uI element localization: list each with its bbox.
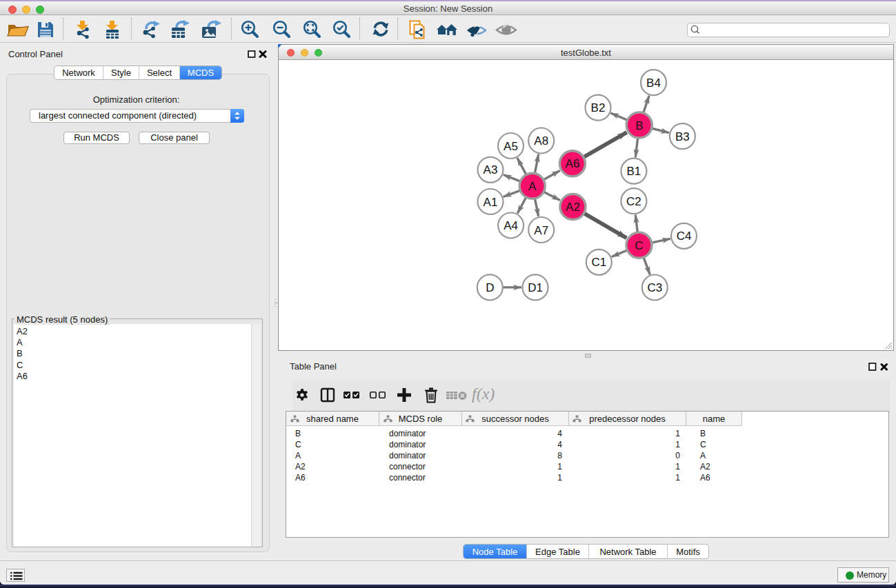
svg-text:A6: A6: [566, 157, 580, 170]
svg-text:A8: A8: [534, 134, 548, 148]
svg-text:A3: A3: [484, 163, 498, 176]
svg-text:D: D: [486, 281, 494, 294]
svg-text:A5: A5: [504, 140, 518, 153]
svg-text:C3: C3: [647, 281, 662, 294]
svg-text:A: A: [528, 180, 537, 193]
svg-text:C: C: [635, 239, 643, 252]
svg-text:B1: B1: [627, 165, 641, 178]
svg-text:B2: B2: [591, 101, 606, 114]
svg-text:C2: C2: [626, 195, 641, 208]
svg-text:B: B: [635, 119, 643, 132]
svg-text:A2: A2: [566, 201, 580, 214]
svg-text:A4: A4: [504, 219, 518, 232]
svg-text:D1: D1: [528, 281, 543, 294]
svg-text:B4: B4: [646, 77, 661, 90]
svg-text:C1: C1: [591, 256, 606, 269]
svg-text:C4: C4: [677, 230, 692, 243]
svg-text:A7: A7: [534, 224, 548, 237]
svg-text:A1: A1: [484, 196, 498, 209]
svg-text:B3: B3: [675, 130, 690, 143]
